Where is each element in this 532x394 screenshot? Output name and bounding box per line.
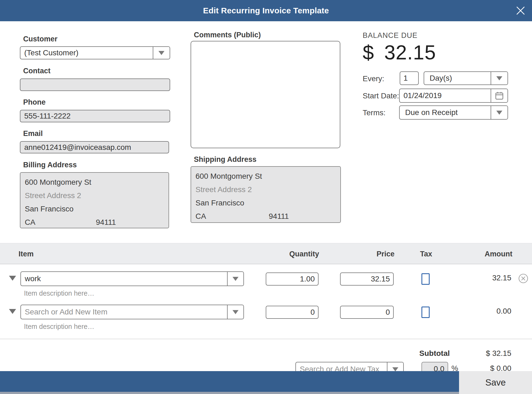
save-button-label: Save [485, 377, 506, 388]
shipping-zip: 94111 [269, 210, 289, 223]
save-button[interactable]: Save [459, 371, 532, 394]
phone-field [20, 110, 170, 122]
terms-value[interactable] [400, 106, 491, 119]
dropdown-arrow-icon [392, 367, 398, 371]
quantity-input[interactable] [266, 306, 319, 319]
subtotal-value: $ 32.15 [460, 349, 511, 358]
start-date-input[interactable] [400, 89, 491, 102]
column-header-amount: Amount [463, 250, 512, 258]
shipping-state-zip-row: CA 94111 [195, 210, 336, 223]
contact-label: Contact [23, 67, 51, 75]
item-search-select[interactable] [20, 305, 244, 319]
footer-bar [0, 371, 459, 392]
column-header-tax: Tax [414, 250, 438, 258]
row-expand-caret-icon[interactable] [9, 276, 16, 281]
row-expand-caret-icon[interactable] [9, 309, 16, 314]
start-date-calendar-button[interactable] [491, 89, 507, 102]
dropdown-arrow-icon [496, 76, 502, 80]
price-input[interactable] [340, 306, 394, 319]
interval-unit-value[interactable] [424, 72, 491, 84]
item-name-input[interactable] [21, 272, 227, 286]
customer-input[interactable] [20, 47, 153, 59]
dropdown-arrow-icon [496, 111, 502, 115]
shipping-address-label: Shipping Address [194, 155, 256, 164]
dropdown-arrow-icon [158, 51, 164, 55]
column-header-item: Item [19, 250, 34, 258]
billing-street2: Street Address 2 [25, 189, 164, 202]
calendar-icon [495, 91, 504, 100]
column-header-price: Price [350, 250, 395, 258]
customer-dropdown-button[interactable] [153, 47, 170, 59]
shipping-state: CA [195, 212, 206, 220]
currency-symbol: $ [363, 41, 374, 64]
billing-state: CA [25, 218, 35, 226]
item-description-placeholder[interactable]: Item description here… [24, 323, 94, 331]
dropdown-arrow-icon [233, 277, 239, 281]
shipping-street2: Street Address 2 [195, 183, 336, 196]
totals-divider [0, 339, 532, 339]
customer-select[interactable] [20, 46, 170, 59]
remove-item-icon[interactable] [518, 273, 529, 284]
row-amount: 32.15 [463, 274, 511, 282]
quantity-input[interactable] [266, 272, 319, 286]
footer-edge-strip [0, 392, 459, 394]
tax-checkbox[interactable] [421, 307, 430, 318]
tax-checkbox[interactable] [421, 273, 430, 285]
comments-label: Comments (Public) [194, 31, 261, 39]
dropdown-arrow-icon [233, 310, 239, 314]
item-description-placeholder[interactable]: Item description here… [24, 289, 94, 297]
customer-label: Customer [23, 35, 57, 43]
interval-unit-dropdown-button[interactable] [491, 72, 507, 84]
dialog-title-bar: Edit Recurring Invoice Template [0, 0, 532, 21]
shipping-address-box: 600 Montgomery St Street Address 2 San F… [191, 166, 341, 223]
dialog-title: Edit Recurring Invoice Template [203, 6, 329, 15]
item-name-select[interactable] [20, 271, 244, 286]
billing-zip: 94111 [96, 216, 116, 229]
start-date-label: Start Date: [363, 92, 399, 100]
subtotal-label: Subtotal [419, 349, 450, 358]
billing-address-label: Billing Address [23, 161, 77, 169]
billing-state-zip-row: CA 94111 [25, 216, 164, 229]
terms-select[interactable] [399, 105, 508, 120]
balance-value: 32.15 [384, 41, 436, 64]
billing-street1: 600 Montgomery St [25, 175, 164, 189]
terms-dropdown-button[interactable] [491, 106, 507, 119]
price-input[interactable] [340, 272, 394, 286]
phone-label: Phone [23, 98, 46, 107]
comments-textarea[interactable] [191, 41, 340, 148]
billing-address-box: 600 Montgomery St Street Address 2 San F… [20, 172, 169, 228]
terms-label: Terms: [363, 108, 386, 117]
item-dropdown-button[interactable] [227, 272, 243, 286]
interval-unit-select[interactable] [424, 71, 508, 85]
close-icon[interactable] [515, 5, 526, 16]
shipping-street1: 600 Montgomery St [195, 169, 336, 183]
billing-city: San Francisco [25, 202, 164, 216]
balance-due-amount: $ 32.15 [363, 41, 436, 64]
email-label: Email [23, 129, 43, 138]
balance-due-label: BALANCE DUE [363, 31, 418, 40]
interval-input[interactable] [400, 71, 419, 85]
shipping-city: San Francisco [195, 196, 336, 210]
item-dropdown-button[interactable] [227, 305, 243, 319]
every-label: Every: [363, 74, 384, 83]
email-field [20, 141, 169, 153]
row-amount: 0.00 [463, 307, 511, 316]
item-search-input[interactable] [21, 305, 227, 319]
start-date-picker[interactable] [399, 89, 508, 103]
contact-field [20, 78, 170, 91]
column-header-quantity: Quantity [259, 250, 319, 258]
